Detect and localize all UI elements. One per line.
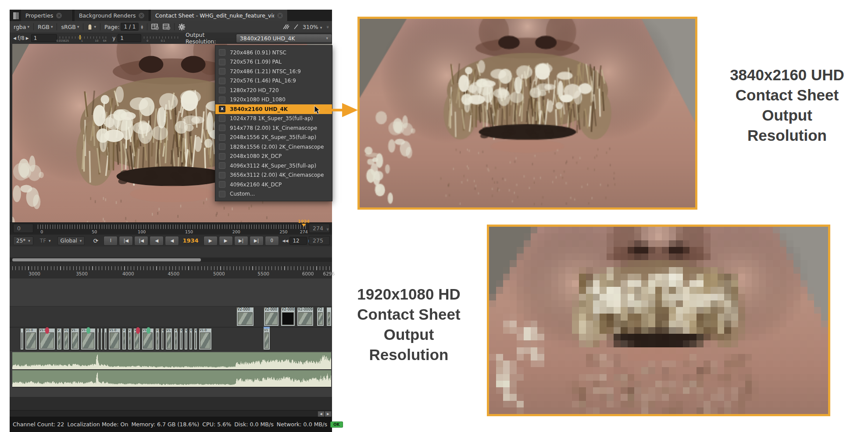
loop-mode-button[interactable]: ⟳ [89,236,102,245]
double-chevron-icon[interactable]: » [325,228,331,231]
timeline-clip-v1[interactable]: V [57,328,62,350]
colorspace-select[interactable]: sRGB▾ [61,24,79,30]
go-to-start-button[interactable]: |◀ [119,236,133,246]
timeline-clip-v1[interactable]: V1-0 [142,328,154,350]
cliptest-button[interactable]: ▾ [87,24,96,30]
scroll-left-button[interactable]: ◀ [318,411,325,417]
wipe-icon[interactable] [282,24,289,29]
timeline-clip-v1[interactable]: V [161,328,164,350]
play-backward-button[interactable]: ◀ [165,236,179,246]
checkbox[interactable] [219,172,225,179]
timeline-clip-v2[interactable] [326,307,332,326]
settings-button[interactable] [179,24,185,30]
dropdown-item[interactable]: 3656x3112 (2.00) 4K_Cinemascope [215,171,332,180]
timeline-clip-v1[interactable]: V1 [155,328,160,350]
arrow-right-icon[interactable]: ▶ [26,36,29,40]
page-spinner[interactable]: ▲▼ [141,25,143,29]
range-mode-select[interactable]: Global▾ [57,236,85,245]
tab-background-renders[interactable]: Background Renders× [75,10,149,21]
timeline-clip-v1[interactable]: V1- [165,328,172,350]
edit-timeline-ruler[interactable]: 30003500400045005000550060006296 [10,263,332,278]
step-forward-button[interactable]: ▶ [219,236,233,246]
gamma-slider[interactable]: 00.1 [144,36,179,41]
checkbox[interactable] [219,143,225,150]
channels-select[interactable]: rgba▾ [14,24,29,30]
timeline-clip-v1[interactable] [100,328,103,350]
zero-button[interactable]: 0 [265,236,279,246]
frame-increment-value[interactable]: 12 [289,237,307,245]
timeline-clip-v1[interactable] [97,328,99,350]
scroll-right-button[interactable]: ▶ [325,411,332,417]
timeline-clip-v1[interactable]: V1-0 [81,328,96,350]
render-missing-button[interactable] [151,24,159,30]
dropdown-item[interactable]: 1828x1556 (2.00) 2K_Cinemascope [215,142,332,152]
clear-renders-button[interactable] [163,24,170,30]
next-frame-value[interactable]: 275 [309,236,330,245]
dropdown-item[interactable]: 720x576 (1.09) PAL [215,57,332,67]
tab-contact-sheet-whg-edit-n[interactable]: Contact Sheet - WHG_edit_nuke_feature_vi… [151,10,288,21]
go-to-end-button[interactable]: ▶| [250,236,264,246]
dropdown-item[interactable]: 4096x3112 4K_Super_35(full-ap) [215,161,332,171]
dropdown-item[interactable]: 720x486 (1.21) NTSC_16:9 [215,67,332,76]
timeline-clip-v2[interactable]: V2-000 [281,307,295,326]
timeline-clip-v1[interactable]: V1 [174,328,178,350]
mark-in-button[interactable]: I [104,236,118,246]
checkbox[interactable] [219,162,225,169]
timeline-clip-v2[interactable]: V2 [317,307,324,326]
checkbox[interactable] [219,134,225,141]
gamma-input[interactable]: 1 [118,34,141,42]
timeline-scrollbar[interactable] [10,258,332,262]
dropdown-item[interactable]: 1920x1080 HD_1080 [215,95,332,105]
timeline-clip-v1[interactable]: V1 [63,328,69,350]
checkbox[interactable] [219,115,225,122]
prev-edit-button[interactable]: |◀ [134,236,148,246]
audio-track-a2[interactable] [12,370,331,388]
checkbox[interactable] [219,78,225,84]
double-chevron-icon[interactable]: » [325,25,331,29]
checkbox[interactable]: x [219,106,225,112]
dropdown-item[interactable]: 2048x1080 2K_DCP [215,152,332,161]
timeline-clip-v1[interactable]: V [184,328,188,350]
dropdown-item[interactable]: 914x778 (2.00) 1K_Cinemascope [215,123,332,133]
dropdown-item[interactable]: Custom... [215,189,332,199]
page-value[interactable]: 1 / 1 [121,23,139,31]
close-icon[interactable]: × [56,13,62,18]
dropdown-item[interactable]: 1024x778 1K_Super_35(full-ap) [215,114,332,124]
checkbox[interactable] [219,68,225,75]
close-icon[interactable]: × [139,13,144,18]
timeline-clip-v2[interactable]: V2-0009 [297,307,314,326]
timeline-clip-v2[interactable]: V2-000 [236,307,254,326]
timeline-clip-v1[interactable] [20,328,24,350]
dropdown-item[interactable]: 4096x2160 4K_DCP [215,180,332,189]
timeline-clip-v1[interactable] [104,328,107,350]
dropdown-item[interactable]: 1280x720 HD_720 [215,86,332,95]
playhead[interactable]: 1934 [298,219,310,229]
checkbox[interactable] [219,153,225,160]
slash-icon[interactable] [294,24,298,29]
timeline-clip-v1[interactable]: V1-0 [39,328,55,350]
arrow-left-icon[interactable]: ◀ [13,36,16,40]
timeline-clip-v1[interactable]: V1-0 [108,328,121,350]
checkbox[interactable] [219,87,225,93]
timeline-clip-v1[interactable]: V1 [263,328,270,350]
play-forward-button[interactable]: ▶ [204,236,218,246]
timecode-select[interactable]: TF▾ [37,236,54,245]
timeline-clip-v1[interactable]: V [133,328,140,350]
output-resolution-select[interactable]: 3840x2160 UHD_4K ▾ [236,34,332,43]
fps-select[interactable]: 25*▾ [13,236,33,245]
timeline-clip-v1[interactable]: V1-0 [199,328,212,350]
timeline-clip-v1[interactable]: V [194,328,197,350]
scrollbar-thumb[interactable] [12,258,201,261]
layer-select[interactable]: RGB▾ [38,24,53,30]
frame-ruler[interactable]: 0 050100150200250274 274 » 1934 [10,222,332,235]
next-edit-button[interactable]: ▶| [234,236,248,246]
timeline-clip-v1[interactable]: V [122,328,126,350]
timeline-clip-v1[interactable]: V [179,328,183,350]
checkbox[interactable] [219,59,225,65]
gain-slider[interactable]: 0.01562511064 [60,36,107,41]
checkbox[interactable] [219,96,225,103]
gain-input[interactable]: 1 [31,34,57,42]
horizontal-scrollbar[interactable]: ◀ ▶ [10,410,332,417]
skip-back-button[interactable]: ◀◀ [282,239,289,243]
range-start-value[interactable]: 0 [13,224,33,233]
